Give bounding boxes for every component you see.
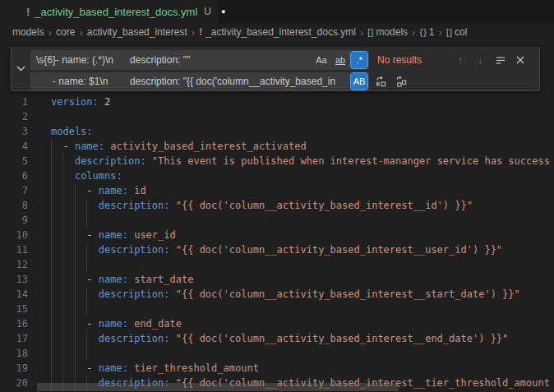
replace-one-button[interactable] (372, 73, 390, 90)
breadcrumb-item-core[interactable]: core (56, 26, 75, 38)
indent-guide (62, 213, 63, 228)
code-text: columns: (51, 168, 122, 183)
horizontal-scrollbar[interactable] (37, 383, 399, 391)
toggle-replace-button[interactable] (12, 47, 30, 90)
line-number: 10 (0, 228, 28, 242)
breadcrumb-label: models (376, 26, 408, 38)
replace-all-button[interactable] (393, 73, 410, 90)
breadcrumb-item-activity-based-interest[interactable]: activity_based_interest (87, 26, 187, 38)
code-line[interactable]: 10 - name: user_id (0, 228, 554, 242)
line-number: 2 (0, 109, 28, 124)
find-in-selection-icon (495, 54, 506, 66)
arrow-up-icon: ↑ (458, 53, 464, 67)
symbol-array-icon: [ ] (446, 27, 451, 37)
line-number: 11 (0, 242, 28, 257)
indent-guide (51, 346, 52, 361)
breadcrumb-label: core (56, 26, 75, 38)
line-number: 3 (0, 124, 28, 139)
previous-match-button[interactable]: ↑ (452, 52, 469, 69)
code-line[interactable]: 5 description: "This event is published … (0, 154, 554, 168)
code-text: description: "{{ doc('column__activity_b… (51, 331, 508, 346)
code-text: - name: tier_threshold_amount (51, 361, 259, 376)
code-line[interactable]: 19 - name: tier_threshold_amount (0, 361, 554, 376)
breadcrumb-item-col[interactable]: [ ]col (446, 26, 468, 38)
breadcrumb-label: _activity_based_interest_docs.yml (205, 26, 356, 38)
code-line[interactable]: 6 columns: (0, 168, 554, 183)
line-number: 8 (0, 198, 28, 213)
match-case-icon[interactable]: Aa (313, 52, 330, 68)
code-line[interactable]: 15 (0, 302, 554, 316)
code-line[interactable]: 17 description: "{{ doc('column__activit… (0, 331, 554, 346)
arrow-down-icon: ↓ (478, 53, 483, 67)
indent-guide (86, 257, 87, 272)
next-match-button[interactable]: ↓ (472, 52, 489, 69)
breadcrumb: models›core›activity_based_interest›!_ac… (0, 23, 554, 41)
code-lines: 1version: 223models:4 - name: activity_b… (0, 95, 554, 390)
breadcrumb-item--activity-based-interest-docs-yml[interactable]: !_activity_based_interest_docs.yml (199, 26, 356, 38)
indent-guide (51, 213, 52, 228)
line-number: 1 (0, 95, 28, 109)
find-in-selection-button[interactable] (492, 52, 509, 69)
code-text: - name: start_date (51, 272, 193, 287)
symbol-array-icon: [ ] (367, 27, 372, 37)
indent-guide (62, 346, 63, 361)
chevron-down-icon (16, 66, 25, 71)
breadcrumb-separator: › (79, 26, 82, 39)
code-line[interactable]: 1version: 2 (0, 95, 554, 109)
code-text: - name: activity_based_interest_activate… (51, 139, 307, 154)
code-text: description: "{{ doc('column__activity_b… (51, 198, 473, 213)
tab-activity-based-interest-docs[interactable]: ! _activity_based_interest_docs.yml U ● (0, 0, 219, 23)
code-line[interactable]: 4 - name: activity_based_interest_activa… (0, 139, 554, 154)
code-line[interactable]: 16 - name: end_date (0, 316, 554, 331)
code-line[interactable]: 11 description: "{{ doc('column__activit… (0, 242, 554, 257)
breadcrumb-label: activity_based_interest (87, 26, 187, 38)
code-text: - name: end_date (51, 316, 182, 331)
code-line[interactable]: 7 - name: id (0, 183, 554, 198)
indent-guide (86, 302, 87, 316)
indent-guide (75, 257, 76, 272)
symbol-object-icon: { } (419, 27, 425, 37)
line-number: 18 (0, 346, 28, 361)
tab-bar: ! _activity_based_interest_docs.yml U ● (0, 0, 554, 23)
code-line[interactable]: 8 description: "{{ doc('column__activity… (0, 198, 554, 213)
code-line[interactable]: 13 - name: start_date (0, 272, 554, 287)
unsaved-dot-icon[interactable]: ● (221, 7, 225, 16)
whole-word-icon[interactable]: ab (332, 52, 349, 68)
code-text: models: (51, 124, 93, 139)
code-text: - name: id (51, 183, 146, 198)
code-line[interactable]: 14 description: "{{ doc('column__activit… (0, 287, 554, 302)
code-line[interactable]: 18 (0, 346, 554, 361)
git-untracked-badge: U (204, 6, 211, 17)
tab-filename: _activity_based_interest_docs.yml (35, 6, 197, 18)
editor-pane[interactable]: 1version: 223models:4 - name: activity_b… (0, 41, 554, 392)
find-results-status: No results (377, 54, 450, 66)
code-text: description: "{{ doc('column__activity_b… (51, 242, 502, 257)
breadcrumb-item-1[interactable]: { }1 (419, 26, 434, 38)
find-replace-widget: \s{6}- name: (.*)\n description: "" Aa a… (11, 47, 540, 91)
code-line[interactable]: 3models: (0, 124, 554, 139)
code-line[interactable]: 12 (0, 257, 554, 272)
replace-all-icon (395, 76, 408, 88)
line-number: 5 (0, 154, 28, 168)
line-number: 6 (0, 168, 28, 183)
line-number: 14 (0, 287, 28, 302)
indent-guide (86, 213, 87, 228)
find-query-text: \s{6}- name: (.*)\n description: "" (30, 54, 190, 66)
code-line[interactable]: 2 (0, 109, 554, 124)
find-input[interactable]: \s{6}- name: (.*)\n description: "" Aa a… (30, 50, 369, 70)
replace-value-text: - name: $1\n description: "{{ doc('colum… (30, 76, 335, 87)
line-number: 17 (0, 331, 28, 346)
breadcrumb-separator: › (360, 26, 363, 39)
breadcrumb-item-models[interactable]: [ ]models (367, 26, 408, 38)
line-number: 4 (0, 139, 28, 154)
close-find-button[interactable] (511, 52, 529, 69)
regex-icon[interactable]: .* (351, 52, 367, 68)
line-number: 7 (0, 183, 28, 198)
line-number: 9 (0, 213, 28, 228)
replace-input[interactable]: - name: $1\n description: "{{ doc('colum… (30, 72, 369, 90)
breadcrumb-item-models[interactable]: models (12, 26, 44, 38)
preserve-case-icon[interactable]: AB (351, 73, 367, 90)
close-icon (515, 55, 525, 65)
code-line[interactable]: 9 (0, 213, 554, 228)
line-number: 13 (0, 272, 28, 287)
